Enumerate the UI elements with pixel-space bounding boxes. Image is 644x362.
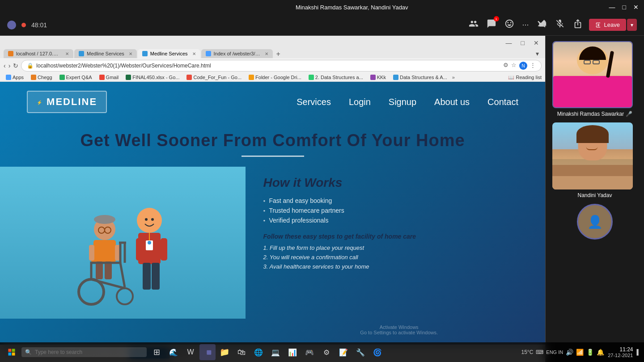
how-title: How it Works <box>263 176 527 190</box>
participant-1-avatar <box>552 41 633 108</box>
small-participant-card: 👤 <box>552 204 637 240</box>
bookmark-apps[interactable]: Apps <box>4 74 26 80</box>
browser-window: — □ ✕ localhost / 127.0.0.1 / medical / … <box>0 36 546 362</box>
step-3: 3. Avail healthcare services to your hom… <box>263 263 527 270</box>
bookmarks-more[interactable]: » <box>452 75 455 80</box>
browser-app[interactable]: 🌐 <box>250 344 267 360</box>
medline-logo-text: ⚡ MEDLINE <box>37 96 97 108</box>
svg-line-24 <box>91 279 125 288</box>
bookmark-star-icon[interactable]: ☆ <box>511 62 517 70</box>
bookmark-ds2[interactable]: Data Structures & A... <box>391 74 449 80</box>
chat-button[interactable]: 1 <box>485 17 498 33</box>
browser-tab-2[interactable]: Medline Services ✕ <box>74 49 137 58</box>
bookmark-gmail[interactable]: Gmail <box>97 74 121 80</box>
system-icons: ⌨ <box>536 349 543 355</box>
volume-icon[interactable]: 🔊 <box>566 349 573 356</box>
app12[interactable]: 🌀 <box>369 344 386 360</box>
app7[interactable]: 📊 <box>284 344 301 360</box>
tab-3-label: Medline Services <box>150 51 188 56</box>
browser-tab-1[interactable]: localhost / 127.0.0.1 / medical / ✕ <box>4 49 73 58</box>
nav-contact[interactable]: Contact <box>487 97 518 107</box>
svg-rect-4 <box>143 263 151 290</box>
nav-services[interactable]: Services <box>297 97 331 107</box>
app9[interactable]: ⚙ <box>318 344 335 360</box>
tab-2-close[interactable]: ✕ <box>129 51 132 56</box>
leave-button[interactable]: Leave <box>589 19 626 31</box>
nav-login[interactable]: Login <box>349 97 371 107</box>
maximize-button[interactable]: □ <box>623 4 626 11</box>
browser-tab-3[interactable]: Medline Services ✕ <box>138 49 200 58</box>
bookmark-final[interactable]: FINAL450.xlsx - Go... <box>123 74 182 80</box>
tab-4-close[interactable]: ✕ <box>265 51 268 56</box>
people-button[interactable] <box>467 17 480 33</box>
teams-app[interactable] <box>199 344 216 360</box>
step-1: 1. Fill up the form to place your reques… <box>263 244 527 251</box>
taskview-app[interactable]: ⊞ <box>148 344 165 360</box>
minimize-button[interactable]: — <box>609 4 615 11</box>
tab-1-close[interactable]: ✕ <box>65 51 69 56</box>
recording-indicator <box>21 23 26 27</box>
show-desktop-button[interactable]: ▌ <box>636 349 640 355</box>
svg-point-10 <box>151 218 154 221</box>
address-bar[interactable]: 🔒 localhost/webster2/Webster%20(1)/Webst… <box>21 60 542 72</box>
bookmark-code[interactable]: Code_For_Fun - Go... <box>184 74 244 80</box>
app8[interactable]: 🎮 <box>301 344 318 360</box>
browser-maximize-button[interactable]: □ <box>518 38 527 47</box>
bullet-1: Fast and easy booking <box>263 197 527 204</box>
nav-about[interactable]: About us <box>434 97 470 107</box>
bookmark-kkk[interactable]: KKk <box>368 74 388 80</box>
bookmark-folder[interactable]: Folder - Google Dri... <box>246 74 304 80</box>
browser-tab-4[interactable]: Index of /webster3/Webster/ad... ✕ <box>201 49 273 58</box>
app11[interactable]: 🔧 <box>352 344 369 360</box>
store-app[interactable]: 🛍 <box>233 344 250 360</box>
back-button[interactable]: ‹ <box>4 62 6 69</box>
bookmark-expert-qa[interactable]: Expert Q&A <box>57 74 94 80</box>
extensions-icon[interactable]: ⚙ <box>503 62 508 70</box>
medline-logo: ⚡ MEDLINE <box>27 91 107 113</box>
bookmark-chegg[interactable]: Chegg <box>29 74 54 80</box>
search-input[interactable] <box>21 347 147 357</box>
explorer-app[interactable]: 📁 <box>216 344 233 360</box>
bullet-list: Fast and easy booking Trusted homecare p… <box>263 197 527 224</box>
new-tab-button[interactable]: + <box>274 50 283 58</box>
mic-off-button[interactable] <box>553 17 567 33</box>
video-off-button[interactable] <box>535 17 549 33</box>
network-icon[interactable]: 📶 <box>576 349 584 356</box>
svg-rect-31 <box>12 353 15 356</box>
app10[interactable]: 📝 <box>335 344 352 360</box>
tab-list-button[interactable]: ▾ <box>533 49 542 58</box>
reading-list-button[interactable]: 📖 Reading list <box>508 75 542 80</box>
tab-3-close[interactable]: ✕ <box>192 51 196 56</box>
leave-dropdown-button[interactable]: ▾ <box>627 19 637 31</box>
forward-button[interactable]: › <box>8 62 11 69</box>
reactions-button[interactable] <box>503 17 516 33</box>
clock-date: 27-12-2021 <box>608 353 633 358</box>
svg-rect-21 <box>105 261 112 279</box>
svg-point-12 <box>94 215 115 224</box>
address-bar-row: ‹ › ↻ 🔒 localhost/webster2/Webster%20(1)… <box>0 58 545 73</box>
browser-minimize-button[interactable]: — <box>503 38 515 47</box>
svg-point-0 <box>137 208 162 233</box>
steps-list: 1. Fill up the form to place your reques… <box>263 244 527 270</box>
profile-icon[interactable]: N <box>519 62 527 70</box>
refresh-button[interactable]: ↻ <box>13 62 18 69</box>
share-button[interactable] <box>571 17 585 33</box>
vscode-app[interactable]: 💻 <box>267 344 284 360</box>
menu-icon[interactable]: ⋮ <box>530 62 536 70</box>
close-button[interactable]: ✕ <box>633 4 639 11</box>
word-app[interactable]: W <box>182 344 199 360</box>
notification-icon[interactable]: 🔔 <box>597 349 604 356</box>
svg-rect-2 <box>136 238 143 261</box>
taskbar-clock[interactable]: 11:24 27-12-2021 <box>608 346 633 358</box>
nav-signup[interactable]: Signup <box>389 97 416 107</box>
more-button[interactable]: ··· <box>521 18 531 31</box>
svg-rect-30 <box>8 353 12 356</box>
browser-close-button[interactable]: ✕ <box>531 38 542 47</box>
start-button[interactable] <box>4 344 20 360</box>
edge-app[interactable]: 🌊 <box>165 344 182 360</box>
browser-titlebar: — □ ✕ <box>4 38 542 47</box>
activate-windows-watermark: Activate Windows Go to Settings to activ… <box>360 324 438 335</box>
battery-icon: 🔋 <box>586 349 594 356</box>
search-icon: 🔍 <box>25 349 32 355</box>
bookmark-ds1[interactable]: 2. Data Structures a... <box>306 74 365 80</box>
